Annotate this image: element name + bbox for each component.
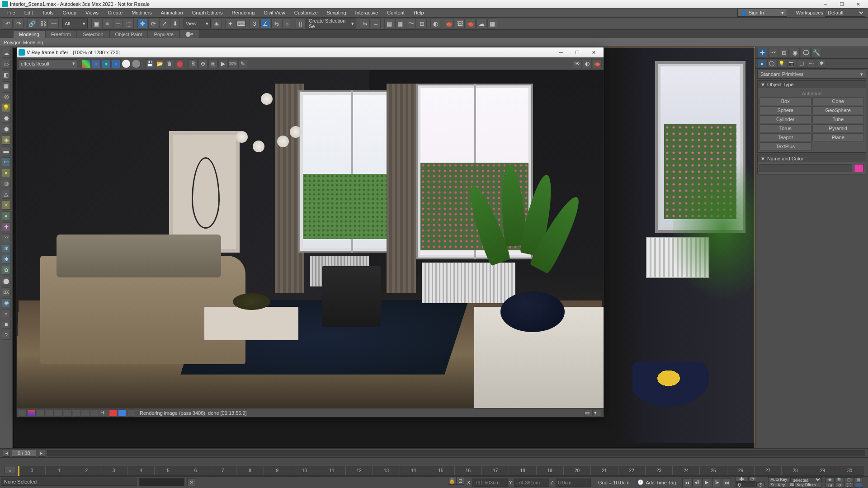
tick-22[interactable]: 22 <box>618 466 645 475</box>
select-place-button[interactable]: ⬇ <box>170 19 180 28</box>
rollout-head-objecttype[interactable]: ▼Object Type <box>758 81 866 88</box>
bind-spacewarp-button[interactable]: 〰 <box>49 19 59 28</box>
timeslider-handle[interactable]: 0 / 30 <box>12 450 36 457</box>
menu-scripting[interactable]: Scripting <box>322 8 351 17</box>
sidetool-9[interactable]: ◉ <box>2 136 11 145</box>
sidetool-22[interactable]: ⬤ <box>2 277 11 286</box>
sidetool-8[interactable]: ⬢ <box>2 125 11 134</box>
tick-21[interactable]: 21 <box>590 466 618 475</box>
menu-create[interactable]: Create <box>103 8 127 17</box>
primitive-teapot[interactable]: Teapot <box>760 133 811 141</box>
sidetool-1[interactable]: ☁ <box>2 49 11 58</box>
vfb-st-12[interactable] <box>118 409 126 417</box>
x-coord-input[interactable] <box>472 479 508 487</box>
keymode-toggle[interactable]: ✚ <box>736 477 747 482</box>
vfb-st-8[interactable] <box>82 409 90 417</box>
create-cameras[interactable]: 📷 <box>787 60 796 68</box>
tick-18[interactable]: 18 <box>509 466 536 475</box>
time-config-button2[interactable]: ⏱ <box>756 482 764 487</box>
angle-snap-button[interactable]: ∠ <box>260 19 270 28</box>
primitive-cone[interactable]: Cone <box>812 97 864 105</box>
vfb-st-13[interactable] <box>127 409 135 417</box>
snap-toggle-button[interactable]: 3 <box>250 19 259 28</box>
cp-tab-modify[interactable]: 〰 <box>768 48 778 58</box>
ribbon-panel-label[interactable]: Polygon Modeling <box>4 40 43 45</box>
window-minimize-button[interactable]: ─ <box>817 0 834 8</box>
sidetool-help[interactable]: ? <box>2 331 11 340</box>
pivot-center-button[interactable]: ◈ <box>212 19 222 28</box>
cp-tab-utilities[interactable]: 🔧 <box>811 48 821 58</box>
cp-tab-hierarchy[interactable]: ⊞ <box>779 48 789 58</box>
rollout-head-namecolor[interactable]: ▼Name and Color <box>758 155 866 162</box>
tick-26[interactable]: 26 <box>727 466 754 475</box>
nav-orbit-button[interactable]: ⟲ <box>835 483 844 488</box>
cp-tab-display[interactable]: 🖵 <box>801 48 811 58</box>
open-a360-button[interactable]: ▦ <box>487 19 497 28</box>
tick-9[interactable]: 9 <box>264 466 291 475</box>
vfb-st-10[interactable]: H <box>100 409 108 417</box>
nav-zoomext-button[interactable]: ◲ <box>826 483 835 488</box>
ribbon-tab-populate[interactable]: Populate <box>148 31 179 38</box>
primitive-cylinder[interactable]: Cylinder <box>760 115 811 123</box>
goto-end-button[interactable]: ⏭ <box>722 478 731 487</box>
sidetool-25[interactable]: ▫ <box>2 309 11 318</box>
sidetool-10[interactable]: ▬ <box>2 146 11 155</box>
create-helpers[interactable]: ▢ <box>797 60 806 68</box>
menu-help[interactable]: Help <box>409 8 429 17</box>
nav-walk-button[interactable]: 👣 <box>854 483 863 488</box>
sidetool-24[interactable]: ◉ <box>2 298 11 307</box>
sidetool-5[interactable]: ◎ <box>2 92 11 101</box>
setkey-key-button[interactable]: ⌨ <box>788 483 793 488</box>
vfb-load-button[interactable]: 📂 <box>155 59 164 68</box>
menu-interactive[interactable]: Interactive <box>351 8 383 17</box>
tick-8[interactable]: 8 <box>236 466 263 475</box>
trackbar-key-toggle[interactable]: ⟐ <box>5 467 15 474</box>
nav-zoom-button[interactable]: 🔍 <box>835 477 844 482</box>
tick-13[interactable]: 13 <box>373 466 400 475</box>
trackbar-current-frame-marker[interactable] <box>18 466 19 476</box>
tick-24[interactable]: 24 <box>672 466 699 475</box>
vfb-rgb-button[interactable] <box>82 59 91 68</box>
vfb-region-button[interactable]: ⊕ <box>198 59 208 68</box>
vfb-close-button[interactable]: ✕ <box>585 47 602 57</box>
sidetool-11[interactable]: ▭ <box>2 157 11 166</box>
primitive-sphere[interactable]: Sphere <box>760 106 811 114</box>
ribbon-tab-more[interactable]: ⬤▾ <box>180 30 199 38</box>
ribbon-tab-objectpaint[interactable]: Object Paint <box>110 31 148 38</box>
timeslider-track[interactable] <box>47 450 865 456</box>
tick-23[interactable]: 23 <box>645 466 672 475</box>
tick-30[interactable]: 30 <box>836 466 863 475</box>
tick-25[interactable]: 25 <box>699 466 726 475</box>
vfb-blue-button[interactable]: ● <box>112 59 121 68</box>
tick-28[interactable]: 28 <box>781 466 808 475</box>
render-in-cloud-button[interactable]: ☁ <box>476 19 486 28</box>
sidetool-19[interactable]: ❄ <box>2 244 11 253</box>
tick-11[interactable]: 11 <box>318 466 345 475</box>
rectangular-region-button[interactable]: ▭ <box>113 19 123 28</box>
timeslider-next[interactable]: ▸ <box>38 450 45 457</box>
vfb-clear-button[interactable]: 🗑 <box>165 59 174 68</box>
create-systems[interactable]: ✱ <box>817 60 826 68</box>
sidetool-23[interactable]: ox <box>2 287 11 296</box>
select-move-button[interactable]: ✥ <box>137 19 147 28</box>
create-geometry[interactable]: ● <box>757 60 766 68</box>
vfb-red-button[interactable]: ● <box>92 59 101 68</box>
select-scale-button[interactable]: ⤢ <box>159 19 169 28</box>
sidetool-3[interactable]: ◧ <box>2 70 11 80</box>
sidetool-14[interactable]: △ <box>2 190 11 199</box>
select-rotate-button[interactable]: ⟳ <box>148 19 158 28</box>
geometry-category-dropdown[interactable]: Standard Primitives▾ <box>757 70 866 79</box>
tick-14[interactable]: 14 <box>400 466 427 475</box>
vfb-render-viewport[interactable] <box>17 70 604 408</box>
lock-selection-button[interactable]: 🔒 <box>448 477 456 485</box>
next-frame-button[interactable]: Ⅱ▸ <box>712 478 721 487</box>
listener-close[interactable]: ✕ <box>187 478 195 486</box>
primitive-textplus[interactable]: TextPlus <box>760 142 811 150</box>
render-setup-button[interactable]: 🫖 <box>444 19 454 28</box>
sidetool-17[interactable]: ✚ <box>2 222 11 231</box>
menu-content[interactable]: Content <box>382 8 409 17</box>
sidetool-26[interactable]: ■ <box>2 320 11 329</box>
keyfilters-button[interactable]: Key Filters... <box>794 483 821 488</box>
primitive-geosphere[interactable]: GeoSphere <box>812 106 864 114</box>
menu-tools[interactable]: Tools <box>38 8 58 17</box>
